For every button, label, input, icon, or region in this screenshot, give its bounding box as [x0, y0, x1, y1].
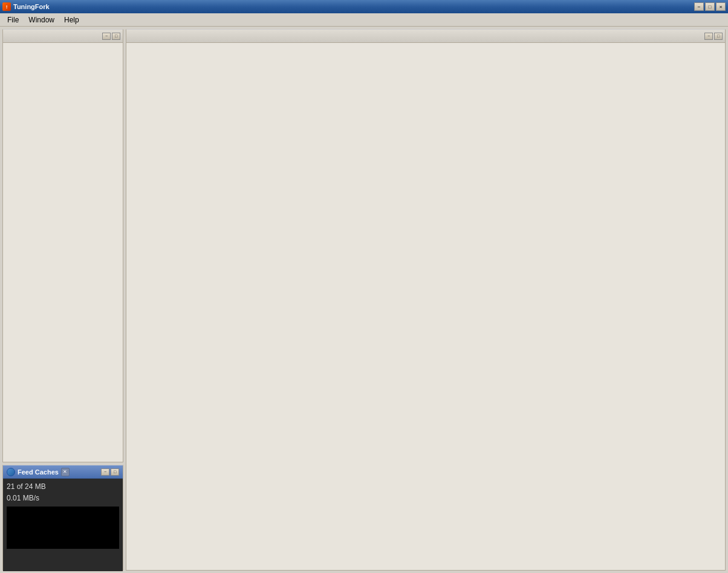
feed-caches-title-area: Feed Caches ✕ [7, 468, 99, 476]
feed-caches-controls: − □ [101, 468, 119, 476]
feed-caches-size: 21 of 24 MB [7, 481, 119, 493]
menu-help[interactable]: Help [59, 15, 84, 25]
restore-button[interactable]: □ [705, 2, 715, 11]
feed-caches-body: 21 of 24 MB 0.01 MB/s [3, 479, 123, 571]
minimize-button[interactable]: − [694, 2, 704, 11]
right-panel-body [126, 43, 725, 570]
right-panel: − □ [126, 29, 726, 571]
right-panel-maximize-button[interactable]: □ [714, 33, 723, 40]
right-panel-header: − □ [126, 30, 725, 43]
title-bar: ! TuningFork − □ × [0, 0, 728, 13]
top-left-minimize-button[interactable]: − [102, 33, 111, 40]
feed-caches-speed: 0.01 MB/s [7, 493, 119, 504]
feed-caches-panel: Feed Caches ✕ − □ 21 of 24 MB 0.01 MB/s [2, 465, 123, 571]
close-button[interactable]: × [716, 2, 726, 11]
feed-caches-graph [7, 507, 119, 549]
feed-caches-title: Feed Caches [18, 468, 59, 476]
top-left-panel-body [3, 43, 123, 462]
menu-bar: File Window Help [0, 13, 728, 27]
feed-caches-header: Feed Caches ✕ − □ [3, 465, 123, 479]
feed-caches-minimize-button[interactable]: − [101, 468, 109, 476]
top-left-maximize-button[interactable]: □ [112, 33, 120, 40]
feed-caches-icon [7, 468, 15, 476]
right-panel-minimize-button[interactable]: − [704, 33, 713, 40]
app-icon: ! [2, 2, 11, 11]
top-left-panel-header: − □ [3, 30, 123, 43]
title-bar-left: ! TuningFork [2, 2, 50, 11]
feed-caches-stats: 21 of 24 MB 0.01 MB/s [7, 481, 119, 504]
menu-file[interactable]: File [2, 15, 24, 25]
title-bar-controls: − □ × [694, 2, 726, 11]
menu-window[interactable]: Window [24, 15, 59, 25]
feed-caches-close-button[interactable]: ✕ [61, 468, 70, 476]
app-title: TuningFork [13, 3, 50, 10]
top-left-panel: − □ [2, 29, 123, 462]
main-content: − □ Feed Caches ✕ − □ 21 of 24 MB [0, 27, 728, 573]
left-panel: − □ Feed Caches ✕ − □ 21 of 24 MB [2, 29, 123, 571]
feed-caches-maximize-button[interactable]: □ [111, 468, 119, 476]
